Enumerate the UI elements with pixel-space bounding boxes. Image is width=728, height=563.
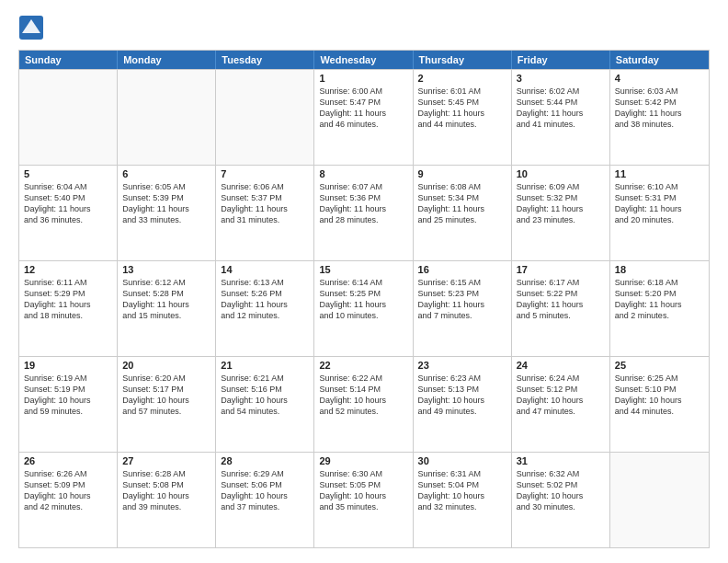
day-number: 21 <box>221 360 309 371</box>
day-number: 3 <box>517 73 605 84</box>
calendar-day-11: 11Sunrise: 6:10 AM Sunset: 5:31 PM Dayli… <box>610 166 709 260</box>
calendar-header: SundayMondayTuesdayWednesdayThursdayFrid… <box>19 51 709 69</box>
day-number: 19 <box>24 360 112 371</box>
day-info: Sunrise: 6:19 AM Sunset: 5:19 PM Dayligh… <box>24 373 112 418</box>
calendar-week-3: 12Sunrise: 6:11 AM Sunset: 5:29 PM Dayli… <box>19 260 709 356</box>
calendar-week-4: 19Sunrise: 6:19 AM Sunset: 5:19 PM Dayli… <box>19 356 709 452</box>
calendar-day-5: 5Sunrise: 6:04 AM Sunset: 5:40 PM Daylig… <box>19 166 118 260</box>
calendar-empty-cell <box>118 70 216 165</box>
day-number: 5 <box>24 168 112 179</box>
day-info: Sunrise: 6:06 AM Sunset: 5:37 PM Dayligh… <box>221 181 309 226</box>
calendar-day-12: 12Sunrise: 6:11 AM Sunset: 5:29 PM Dayli… <box>19 261 118 356</box>
day-number: 13 <box>122 264 210 275</box>
day-number: 10 <box>517 168 605 179</box>
calendar-day-4: 4Sunrise: 6:03 AM Sunset: 5:42 PM Daylig… <box>610 70 709 165</box>
day-info: Sunrise: 6:12 AM Sunset: 5:28 PM Dayligh… <box>122 277 210 322</box>
day-number: 15 <box>319 264 407 275</box>
calendar-header-tuesday: Tuesday <box>216 51 314 69</box>
logo <box>18 15 48 40</box>
day-info: Sunrise: 6:04 AM Sunset: 5:40 PM Dayligh… <box>24 181 112 226</box>
calendar-day-27: 27Sunrise: 6:28 AM Sunset: 5:08 PM Dayli… <box>118 453 216 547</box>
day-number: 18 <box>615 264 704 275</box>
calendar-day-7: 7Sunrise: 6:06 AM Sunset: 5:37 PM Daylig… <box>216 166 314 260</box>
calendar-day-21: 21Sunrise: 6:21 AM Sunset: 5:16 PM Dayli… <box>216 357 314 452</box>
calendar-day-24: 24Sunrise: 6:24 AM Sunset: 5:12 PM Dayli… <box>512 357 610 452</box>
calendar-day-10: 10Sunrise: 6:09 AM Sunset: 5:32 PM Dayli… <box>512 166 610 260</box>
day-info: Sunrise: 6:14 AM Sunset: 5:25 PM Dayligh… <box>319 277 407 322</box>
day-number: 8 <box>319 168 407 179</box>
calendar-day-8: 8Sunrise: 6:07 AM Sunset: 5:36 PM Daylig… <box>314 166 413 260</box>
day-number: 2 <box>418 73 506 84</box>
calendar-day-23: 23Sunrise: 6:23 AM Sunset: 5:13 PM Dayli… <box>414 357 512 452</box>
calendar-day-9: 9Sunrise: 6:08 AM Sunset: 5:34 PM Daylig… <box>414 166 512 260</box>
day-info: Sunrise: 6:00 AM Sunset: 5:47 PM Dayligh… <box>319 86 407 131</box>
day-info: Sunrise: 6:26 AM Sunset: 5:09 PM Dayligh… <box>24 468 112 513</box>
day-number: 17 <box>517 264 605 275</box>
day-info: Sunrise: 6:30 AM Sunset: 5:05 PM Dayligh… <box>319 468 407 513</box>
day-number: 12 <box>24 264 112 275</box>
calendar-day-29: 29Sunrise: 6:30 AM Sunset: 5:05 PM Dayli… <box>314 453 413 547</box>
calendar-empty-cell <box>216 70 314 165</box>
day-info: Sunrise: 6:13 AM Sunset: 5:26 PM Dayligh… <box>221 277 309 322</box>
day-info: Sunrise: 6:17 AM Sunset: 5:22 PM Dayligh… <box>517 277 605 322</box>
calendar-header-sunday: Sunday <box>19 51 118 69</box>
day-info: Sunrise: 6:28 AM Sunset: 5:08 PM Dayligh… <box>122 468 210 513</box>
calendar-week-2: 5Sunrise: 6:04 AM Sunset: 5:40 PM Daylig… <box>19 165 709 260</box>
day-number: 29 <box>319 455 407 466</box>
day-info: Sunrise: 6:15 AM Sunset: 5:23 PM Dayligh… <box>418 277 506 322</box>
calendar-day-1: 1Sunrise: 6:00 AM Sunset: 5:47 PM Daylig… <box>314 70 413 165</box>
day-info: Sunrise: 6:02 AM Sunset: 5:44 PM Dayligh… <box>517 86 605 131</box>
day-number: 27 <box>122 455 210 466</box>
calendar-day-31: 31Sunrise: 6:32 AM Sunset: 5:02 PM Dayli… <box>512 453 610 547</box>
calendar-day-17: 17Sunrise: 6:17 AM Sunset: 5:22 PM Dayli… <box>512 261 610 356</box>
calendar-header-saturday: Saturday <box>610 51 709 69</box>
logo-icon <box>18 15 44 40</box>
calendar-body: 1Sunrise: 6:00 AM Sunset: 5:47 PM Daylig… <box>19 69 709 547</box>
calendar-day-3: 3Sunrise: 6:02 AM Sunset: 5:44 PM Daylig… <box>512 70 610 165</box>
calendar-day-15: 15Sunrise: 6:14 AM Sunset: 5:25 PM Dayli… <box>314 261 413 356</box>
day-number: 28 <box>221 455 309 466</box>
page-header <box>18 15 710 40</box>
calendar-day-22: 22Sunrise: 6:22 AM Sunset: 5:14 PM Dayli… <box>314 357 413 452</box>
day-info: Sunrise: 6:18 AM Sunset: 5:20 PM Dayligh… <box>615 277 704 322</box>
calendar-empty-cell <box>610 453 709 547</box>
day-info: Sunrise: 6:32 AM Sunset: 5:02 PM Dayligh… <box>517 468 605 513</box>
day-number: 23 <box>418 360 506 371</box>
day-number: 11 <box>615 168 704 179</box>
day-number: 6 <box>122 168 210 179</box>
day-info: Sunrise: 6:11 AM Sunset: 5:29 PM Dayligh… <box>24 277 112 322</box>
day-number: 14 <box>221 264 309 275</box>
day-info: Sunrise: 6:24 AM Sunset: 5:12 PM Dayligh… <box>517 373 605 418</box>
calendar-day-26: 26Sunrise: 6:26 AM Sunset: 5:09 PM Dayli… <box>19 453 118 547</box>
calendar-day-16: 16Sunrise: 6:15 AM Sunset: 5:23 PM Dayli… <box>414 261 512 356</box>
calendar-day-6: 6Sunrise: 6:05 AM Sunset: 5:39 PM Daylig… <box>118 166 216 260</box>
day-info: Sunrise: 6:01 AM Sunset: 5:45 PM Dayligh… <box>418 86 506 131</box>
calendar-day-25: 25Sunrise: 6:25 AM Sunset: 5:10 PM Dayli… <box>610 357 709 452</box>
day-number: 26 <box>24 455 112 466</box>
day-info: Sunrise: 6:22 AM Sunset: 5:14 PM Dayligh… <box>319 373 407 418</box>
calendar-header-friday: Friday <box>512 51 610 69</box>
calendar-day-2: 2Sunrise: 6:01 AM Sunset: 5:45 PM Daylig… <box>414 70 512 165</box>
day-number: 24 <box>517 360 605 371</box>
calendar-day-14: 14Sunrise: 6:13 AM Sunset: 5:26 PM Dayli… <box>216 261 314 356</box>
calendar-header-wednesday: Wednesday <box>314 51 413 69</box>
day-info: Sunrise: 6:31 AM Sunset: 5:04 PM Dayligh… <box>418 468 506 513</box>
day-info: Sunrise: 6:08 AM Sunset: 5:34 PM Dayligh… <box>418 181 506 226</box>
calendar-day-20: 20Sunrise: 6:20 AM Sunset: 5:17 PM Dayli… <box>118 357 216 452</box>
day-number: 30 <box>418 455 506 466</box>
day-info: Sunrise: 6:09 AM Sunset: 5:32 PM Dayligh… <box>517 181 605 226</box>
day-info: Sunrise: 6:25 AM Sunset: 5:10 PM Dayligh… <box>615 373 704 418</box>
calendar-day-13: 13Sunrise: 6:12 AM Sunset: 5:28 PM Dayli… <box>118 261 216 356</box>
calendar-day-28: 28Sunrise: 6:29 AM Sunset: 5:06 PM Dayli… <box>216 453 314 547</box>
calendar-empty-cell <box>19 70 118 165</box>
day-number: 7 <box>221 168 309 179</box>
calendar-week-1: 1Sunrise: 6:00 AM Sunset: 5:47 PM Daylig… <box>19 69 709 165</box>
day-number: 1 <box>319 73 407 84</box>
day-info: Sunrise: 6:10 AM Sunset: 5:31 PM Dayligh… <box>615 181 704 226</box>
calendar-day-18: 18Sunrise: 6:18 AM Sunset: 5:20 PM Dayli… <box>610 261 709 356</box>
day-info: Sunrise: 6:03 AM Sunset: 5:42 PM Dayligh… <box>615 86 704 131</box>
day-info: Sunrise: 6:20 AM Sunset: 5:17 PM Dayligh… <box>122 373 210 418</box>
calendar-day-19: 19Sunrise: 6:19 AM Sunset: 5:19 PM Dayli… <box>19 357 118 452</box>
day-number: 31 <box>517 455 605 466</box>
calendar-week-5: 26Sunrise: 6:26 AM Sunset: 5:09 PM Dayli… <box>19 452 709 547</box>
